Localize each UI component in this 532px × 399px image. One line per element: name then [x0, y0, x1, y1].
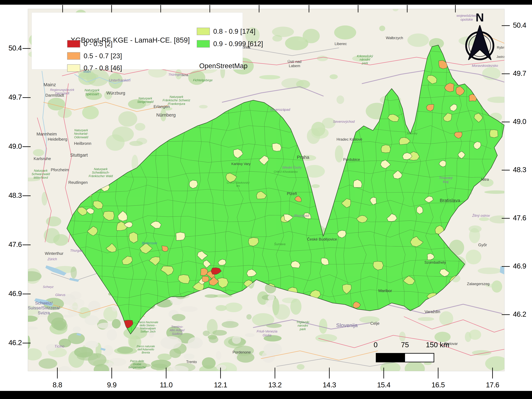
- bottom-axis-tick-label: 12.1: [208, 381, 233, 389]
- compass-needle: [469, 25, 491, 60]
- bottom-axis-tick-label: 17.6: [480, 381, 505, 389]
- left-axis-tick: [23, 294, 31, 294]
- bottom-axis-tick: [275, 368, 275, 379]
- bottom-axis-tick: [329, 368, 330, 379]
- woodland-patch: [199, 105, 208, 108]
- alpine-terrain-patch: [262, 350, 275, 363]
- scale-bar-filled-half: [376, 354, 405, 362]
- woodland-patch: [273, 304, 290, 320]
- map-label-city: Erlangen: [153, 104, 170, 109]
- legend-item-label: 0.9 - 0.999 [612]: [213, 40, 263, 48]
- woodland-patch: [290, 299, 302, 315]
- alpine-terrain-patch: [70, 291, 82, 299]
- left-axis-tick: [23, 245, 31, 245]
- right-axis-tick: [502, 74, 510, 74]
- map-label-city: Nürnberg: [156, 112, 176, 117]
- left-axis-tick-label: 46.9: [0, 289, 22, 298]
- map-label-city: Pordenone: [233, 350, 251, 354]
- map-label-city: Liberec: [335, 42, 347, 46]
- woodland-patch: [112, 127, 134, 142]
- alpine-terrain-patch: [222, 321, 239, 328]
- bottom-axis-tick: [111, 368, 112, 379]
- alpine-terrain-patch: [180, 306, 198, 312]
- woodland-patch: [379, 26, 385, 31]
- catchment-class-pale[interactable]: [176, 232, 185, 240]
- top-axis-tick: [111, 5, 112, 13]
- map-label-city: Maribor: [378, 288, 392, 293]
- map-label-city: Plzeň: [287, 191, 297, 196]
- woodland-patch: [303, 29, 320, 43]
- woodland-patch: [225, 303, 242, 312]
- north-arrow-label: N: [475, 11, 484, 24]
- bottom-axis-tick: [57, 368, 58, 379]
- alpine-terrain-patch: [107, 329, 117, 341]
- map-label-city: České Budějovice: [307, 237, 337, 241]
- legend-swatch: [67, 52, 80, 60]
- map-label-region: Střední Čechy: [282, 166, 302, 169]
- alpine-terrain-patch: [117, 347, 133, 354]
- alpine-terrain-patch: [172, 314, 185, 321]
- map-label-city: Varaždin: [424, 309, 440, 314]
- alpine-terrain-patch: [212, 330, 227, 336]
- alpine-terrain-patch: [98, 323, 114, 329]
- woodland-patch: [478, 267, 501, 274]
- map-label-park: Jeseníky: [406, 132, 418, 135]
- alpine-terrain-patch: [112, 319, 121, 329]
- map-label-city: Karlovy Vary: [231, 162, 250, 166]
- alpine-terrain-patch: [216, 365, 226, 370]
- map-label-region: Zürich: [47, 257, 57, 261]
- catchment-class-lime[interactable]: [381, 145, 391, 153]
- woodland-patch: [317, 56, 328, 61]
- legend-box: XGBoost-RF KGE - LamaH-CE. [859] 0 - 0.5…: [32, 13, 243, 70]
- woodland-patch: [46, 216, 61, 226]
- alpine-terrain-patch: [38, 358, 57, 369]
- bottom-axis-tick-label: 16.5: [426, 381, 450, 389]
- scale-label-start: 0: [374, 341, 378, 349]
- bottom-axis-tick-label: 14.3: [317, 381, 342, 389]
- map-label-city: Pardubice: [343, 157, 360, 162]
- woodland-patch: [329, 74, 338, 79]
- bottom-axis-tick-label: 15.4: [371, 381, 396, 389]
- map-label-city: Karlsruhe: [34, 156, 51, 161]
- alpine-terrain-patch: [204, 294, 218, 298]
- catchment-class-pale[interactable]: [272, 143, 281, 151]
- bottom-axis-tick: [492, 368, 493, 379]
- bottom-axis-tick: [383, 368, 384, 379]
- catchment-class-lime[interactable]: [490, 130, 498, 138]
- map-label-region: Unterfranken: [109, 78, 131, 82]
- left-axis-tick: [23, 196, 31, 196]
- woodland-patch: [158, 354, 171, 361]
- left-axis-tick-label: 49.7: [0, 93, 22, 101]
- alpine-terrain-patch: [151, 364, 168, 370]
- map-label-city: Pforzheim: [51, 167, 69, 172]
- alpine-terrain-patch: [88, 353, 107, 366]
- map-label-region: Thüringen: [168, 73, 182, 76]
- alpine-terrain-patch: [245, 333, 255, 337]
- woodland-patch: [407, 34, 429, 47]
- map-label-city: Wałbrzych: [386, 36, 403, 40]
- map-label-water: Bodensee: [142, 241, 157, 245]
- woodland-patch: [334, 25, 356, 39]
- left-axis-tick-label: 48.3: [0, 191, 22, 200]
- legend-item: 0.9 - 0.999 [612]: [197, 40, 263, 48]
- legend-item: 0.8 - 0.9 [174]: [197, 27, 255, 35]
- map-label-city: Heidelberg: [48, 137, 67, 142]
- woodland-patch: [469, 329, 481, 340]
- left-axis-tick-label: 47.6: [0, 240, 22, 249]
- woodland-patch: [53, 234, 68, 246]
- map-label-city: Reutlingen: [68, 180, 88, 185]
- north-arrow: N: [462, 10, 498, 63]
- alpine-terrain-patch: [108, 358, 126, 366]
- map-label-park: NaturparkNeckartal-Odenwald: [74, 128, 88, 139]
- alpine-terrain-patch: [184, 354, 194, 359]
- woodland-patch: [136, 138, 147, 144]
- left-axis-tick: [23, 48, 31, 49]
- woodland-patch: [312, 184, 320, 188]
- alpine-terrain-patch: [202, 357, 215, 369]
- bottom-axis-tick-label: 13.2: [262, 381, 287, 389]
- legend-item-label: 0.7 - 0.8 [46]: [84, 64, 122, 72]
- map-label-region: Jihozápad: [293, 214, 309, 217]
- woodland-patch: [128, 335, 137, 348]
- alpine-terrain-patch: [268, 295, 275, 300]
- bottom-axis-tick: [220, 368, 221, 379]
